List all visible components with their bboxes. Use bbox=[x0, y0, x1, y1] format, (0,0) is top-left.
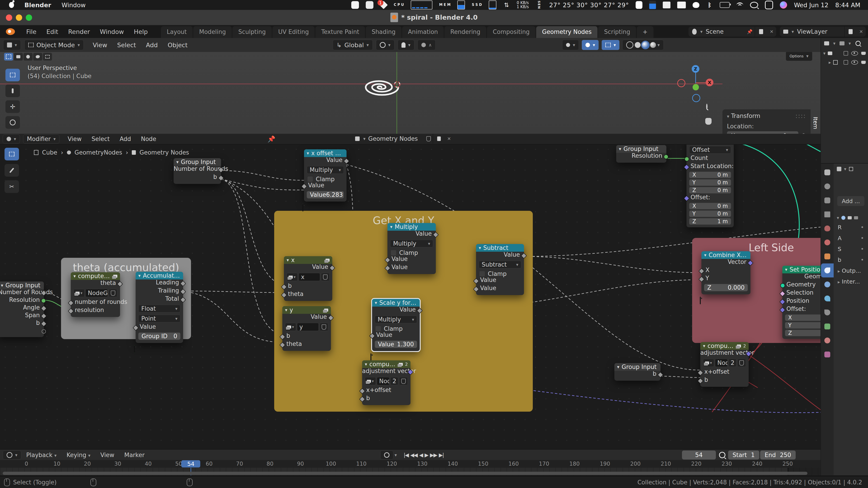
network-speed[interactable]: 0 KB/s1 KB/s bbox=[517, 2, 529, 8]
node-group-selector[interactable]: ▾ Nod...2 bbox=[365, 377, 408, 385]
show-overlays-toggle[interactable]: ▾ bbox=[582, 40, 599, 50]
window-menu-blender[interactable]: Window bbox=[95, 28, 129, 35]
volume-meter-icon[interactable] bbox=[649, 1, 656, 9]
socket-green-left[interactable] bbox=[684, 157, 689, 162]
ne-select-menu[interactable]: Select bbox=[87, 135, 115, 142]
add-modifier-button[interactable]: Add ... bbox=[837, 196, 864, 206]
keying-menu[interactable]: Keying ▾ bbox=[61, 452, 95, 458]
viewport-add-menu[interactable]: Add bbox=[141, 41, 163, 48]
node-compute-z-center[interactable]: ▾compute z2adjustment vector ▾ Nod...2 x… bbox=[362, 360, 410, 405]
checkbox-clamp[interactable] bbox=[479, 271, 485, 277]
timeline-editor-type-button[interactable]: ▾ bbox=[3, 451, 21, 459]
current-frame-field[interactable]: 54 bbox=[682, 451, 716, 459]
node-link[interactable] bbox=[221, 179, 282, 335]
vector-field-z[interactable]: Z1 m bbox=[689, 218, 731, 225]
socket-teal-left[interactable] bbox=[780, 283, 785, 288]
node-compute-theta[interactable]: ▾compute thetatheta ▾ NodeGro... number … bbox=[71, 272, 120, 317]
scene-selector[interactable]: ▾ Scene 📌 ✕ bbox=[688, 27, 776, 37]
display-icon[interactable] bbox=[636, 1, 643, 9]
marker-menu[interactable]: Marker bbox=[119, 452, 150, 458]
resize-arrows-icon[interactable]: ⇅ bbox=[503, 2, 510, 8]
battery-icon[interactable] bbox=[720, 2, 730, 8]
node-link[interactable] bbox=[183, 291, 282, 342]
transport-[interactable]: ◀ bbox=[419, 452, 423, 458]
frame-end-field[interactable]: End250 bbox=[760, 451, 796, 459]
dropdown-multiply[interactable]: Multiply▾ bbox=[390, 240, 433, 248]
apple-menu-icon[interactable] bbox=[9, 2, 14, 8]
value-field[interactable]: Z0.000 bbox=[704, 284, 748, 291]
viewport-pan-icon[interactable] bbox=[705, 118, 712, 125]
viewport-select-menu[interactable]: Select bbox=[112, 41, 141, 48]
node-link[interactable] bbox=[221, 170, 304, 180]
select-mode-buttons[interactable] bbox=[4, 53, 53, 61]
transform-X-field[interactable]: X0 m bbox=[727, 131, 798, 134]
edit-menu[interactable]: Edit bbox=[41, 28, 63, 35]
node-header[interactable]: ▾Group Input bbox=[174, 158, 221, 166]
modifier-input-r[interactable]: R• bbox=[834, 222, 868, 233]
modifier-input-b[interactable]: b• bbox=[834, 254, 868, 265]
vector-field-z[interactable]: Z0 bbox=[785, 330, 820, 336]
node-link[interactable] bbox=[748, 355, 820, 410]
checkbox-clamp[interactable] bbox=[307, 176, 313, 182]
node-editor-toolbar[interactable]: ✂ bbox=[4, 148, 19, 193]
render-menu[interactable]: Render bbox=[63, 28, 95, 35]
socket-dot-left[interactable] bbox=[370, 353, 371, 361]
node-header[interactable]: ▾Multiply bbox=[388, 223, 436, 231]
ne-view-menu[interactable]: View bbox=[63, 135, 87, 142]
vector-field-x[interactable]: X0 m bbox=[689, 172, 731, 178]
editor-type-button[interactable]: ▾ bbox=[3, 40, 21, 50]
frame-start-field[interactable]: Start1 bbox=[728, 451, 759, 459]
node-header[interactable]: ▾compute z2 bbox=[362, 360, 410, 368]
node-scale-y-for-curve[interactable]: ▾Scale y for curveValueMultiply▾ClampVal… bbox=[372, 299, 420, 351]
control-center-icon[interactable] bbox=[765, 1, 773, 9]
auto-keying-button[interactable] bbox=[380, 451, 393, 459]
value-field[interactable]: Value6.283 bbox=[307, 191, 344, 198]
workspace-tab-sculpting[interactable]: Sculpting bbox=[232, 26, 272, 38]
vector-field-z[interactable]: Z0 m bbox=[689, 187, 731, 193]
node-set-position[interactable]: ▾Set PositionGeometryGeometrySelectionPo… bbox=[782, 266, 820, 339]
viewport-options-button[interactable]: Options▾ bbox=[786, 52, 812, 61]
dropdown-offset[interactable]: Offset▾ bbox=[689, 146, 731, 154]
node-header[interactable]: ▾x bbox=[284, 256, 332, 264]
temperature-readout[interactable]: 27° 25° 30° 30° 27° 29° bbox=[549, 2, 629, 8]
ssd-meter-icon[interactable] bbox=[489, 0, 496, 9]
vector-field-y[interactable]: Y0 m bbox=[689, 210, 731, 217]
socket-dotgreen-left[interactable] bbox=[134, 345, 135, 353]
dropdown-multiply[interactable]: Multiply▾ bbox=[307, 166, 344, 174]
node-editor-canvas[interactable]: theta (accumulated)Get X and YLeft Side▾… bbox=[0, 134, 820, 449]
dropdown-float[interactable]: Float▾ bbox=[138, 305, 180, 313]
modifier-panel-header[interactable]: ▾ bbox=[834, 206, 868, 222]
viewport-toolbar[interactable]: ✛ bbox=[5, 69, 20, 129]
auto-keying-dropdown[interactable]: ▾ bbox=[395, 452, 397, 458]
modifier-input-s[interactable]: S• bbox=[834, 243, 868, 254]
node-header[interactable]: ▾Subtract bbox=[476, 244, 524, 252]
bluetooth-icon[interactable]: ᛒ bbox=[706, 2, 713, 8]
dropdown-subtract[interactable]: Subtract▾ bbox=[479, 261, 521, 268]
siri-icon[interactable] bbox=[780, 1, 787, 8]
viewport-object-menu[interactable]: Object bbox=[163, 41, 193, 48]
panel-outp[interactable]: ▸ Outp... bbox=[834, 265, 868, 276]
node-header[interactable]: ▾Accumulate Field bbox=[135, 272, 183, 280]
transport-[interactable]: ▶▶ bbox=[430, 452, 437, 458]
node-accumulate-field[interactable]: ▾Accumulate FieldLeadingTrailingTotalFlo… bbox=[135, 272, 183, 343]
outliner-row-collection[interactable]: ▾ bbox=[821, 49, 868, 58]
modifier-mode-selector[interactable]: Modifier▾ bbox=[23, 134, 59, 143]
ne-add-menu[interactable]: Add bbox=[115, 135, 136, 142]
workspace-tab-rendering[interactable]: Rendering bbox=[444, 26, 486, 38]
snap-toggle[interactable]: ▾ bbox=[398, 40, 414, 50]
socket-virtual-right[interactable] bbox=[41, 329, 46, 334]
socket-green-right[interactable] bbox=[664, 155, 669, 159]
checkbox-clamp[interactable] bbox=[375, 326, 381, 332]
workspace-tab-animation[interactable]: Animation bbox=[402, 26, 444, 38]
node-subtract[interactable]: ▾SubtractValueSubtract▾ClampValueValue bbox=[476, 244, 524, 295]
transport-controls[interactable]: |◀◀◀◀▶▶▶▶| bbox=[403, 452, 445, 458]
window-menu[interactable]: Window bbox=[61, 2, 86, 8]
outliner-display-mode-icon[interactable] bbox=[824, 41, 829, 45]
node-editor-type-button[interactable]: ▾ bbox=[3, 134, 20, 143]
keyboard-icon[interactable] bbox=[663, 2, 671, 8]
window-manager-icon[interactable] bbox=[677, 2, 686, 8]
vector-field-x[interactable]: X0 bbox=[785, 315, 820, 321]
node-x-offset[interactable]: ▾x offset = rounds*...ValueMultiply▾Clam… bbox=[304, 149, 346, 201]
menubar-time[interactable]: 8:44 AM bbox=[835, 2, 860, 8]
breadcrumb-object[interactable]: Cube bbox=[42, 149, 57, 156]
